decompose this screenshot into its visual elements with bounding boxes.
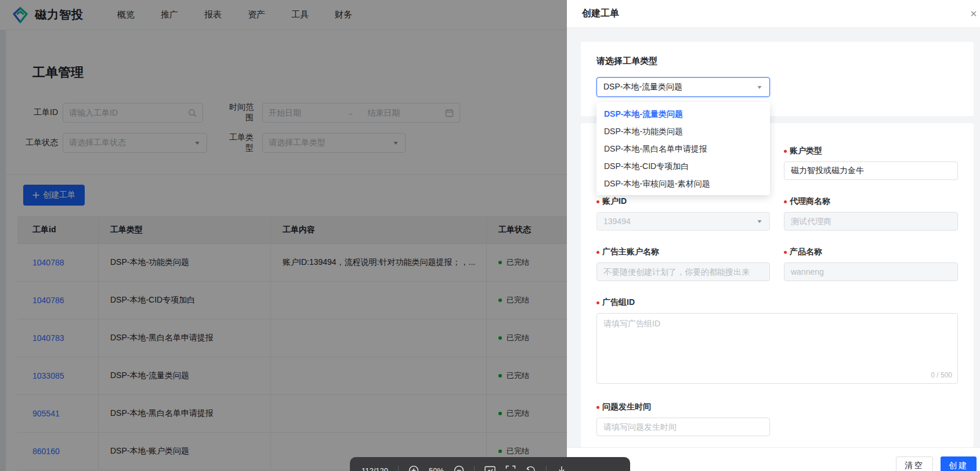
required-dot-icon — [596, 406, 599, 409]
create-button[interactable]: 创建 — [941, 456, 977, 471]
toolbar-divider — [474, 466, 475, 471]
dropdown-option[interactable]: DSP-本地-功能类问题 — [596, 123, 770, 140]
product-name-field: 产品名称 — [784, 246, 958, 281]
required-dot-icon — [784, 150, 787, 153]
agent-name-field: 代理商名称 — [784, 196, 958, 231]
required-dot-icon — [596, 251, 599, 254]
close-icon[interactable]: ✕ — [968, 9, 979, 19]
dropdown-option[interactable]: DSP-本地-审核问题-素材问题 — [596, 175, 770, 192]
download-icon[interactable] — [556, 465, 567, 471]
drawer-header: 创建工单 ✕ — [567, 0, 980, 28]
required-dot-icon — [784, 200, 787, 203]
ad-group-field: 广告组ID 0 / 500 — [596, 297, 958, 384]
chevron-down-icon: ▼ — [756, 84, 763, 90]
char-counter: 0 / 500 — [931, 371, 952, 379]
account-id-value: 139494 — [603, 217, 631, 226]
work-order-type-value: DSP-本地-流量类问题 — [603, 82, 682, 92]
account-type-label: 账户类型 — [790, 146, 822, 156]
agent-name-input[interactable] — [784, 212, 958, 231]
rotate-left-icon[interactable] — [526, 465, 536, 471]
toolbar-divider — [398, 466, 399, 471]
fit-screen-icon[interactable] — [484, 466, 496, 471]
account-id-select[interactable]: 139494 ▼ — [596, 212, 770, 231]
advertiser-name-input[interactable] — [596, 263, 770, 281]
account-type-field: 账户类型 — [784, 145, 958, 180]
drawer-title: 创建工单 — [582, 8, 619, 20]
agent-name-label: 代理商名称 — [790, 196, 830, 207]
work-order-type-select[interactable]: DSP-本地-流量类问题 ▼ — [596, 77, 770, 97]
toolbar-divider — [546, 466, 547, 471]
dropdown-option[interactable]: DSP-本地-黑白名单申请提报 — [596, 140, 770, 157]
type-section-label: 请选择工单类型 — [596, 56, 958, 67]
chevron-down-icon: ▼ — [756, 218, 763, 224]
problem-time-input[interactable] — [596, 418, 770, 436]
page-indicator: 112/120 — [361, 466, 388, 471]
account-type-input[interactable] — [784, 161, 958, 180]
create-work-order-drawer: 创建工单 ✕ 请选择工单类型 DSP-本地-流量类问题 ▼ 账户类型 账户ID … — [567, 0, 980, 471]
image-viewer-toolbar: 112/120 50% — [350, 457, 630, 471]
product-name-input[interactable] — [784, 263, 958, 281]
fullscreen-icon[interactable] — [505, 465, 516, 471]
advertiser-name-label: 广告主账户名称 — [602, 247, 659, 257]
dropdown-option[interactable]: DSP-本地-CID专项加白 — [596, 157, 770, 175]
problem-time-field: 问题发生时间 — [596, 401, 958, 436]
zoom-in-icon[interactable] — [408, 465, 419, 471]
ad-group-textarea[interactable] — [596, 313, 958, 384]
required-dot-icon — [596, 200, 599, 203]
problem-time-label: 问题发生时间 — [602, 402, 651, 412]
dropdown-option[interactable]: DSP-本地-流量类问题 — [596, 105, 770, 123]
type-dropdown-menu: DSP-本地-流量类问题 DSP-本地-功能类问题 DSP-本地-黑白名单申请提… — [596, 102, 770, 195]
account-id-label: 账户ID — [602, 196, 627, 207]
zoom-level: 50% — [429, 466, 444, 471]
zoom-out-icon[interactable] — [454, 465, 464, 471]
required-dot-icon — [596, 301, 599, 304]
product-name-label: 产品名称 — [790, 247, 822, 257]
required-dot-icon — [784, 251, 787, 254]
ad-group-label: 广告组ID — [602, 297, 635, 308]
advertiser-name-field: 广告主账户名称 — [596, 246, 770, 281]
clear-button[interactable]: 清空 — [896, 456, 933, 471]
account-id-field: 账户ID 139494 ▼ — [596, 196, 770, 231]
